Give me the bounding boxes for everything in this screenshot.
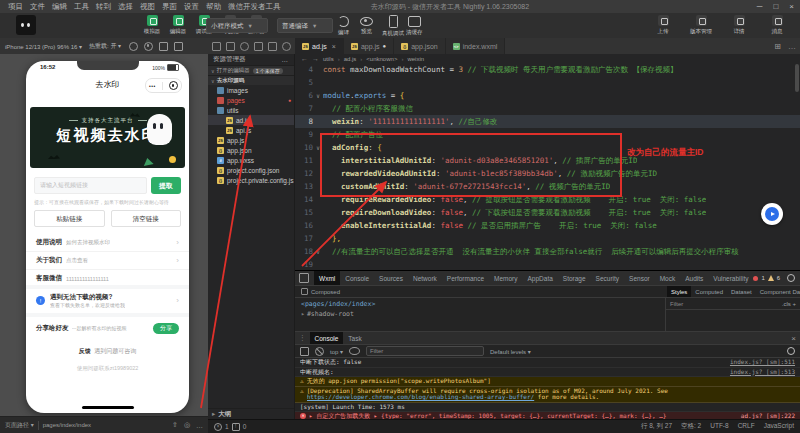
toolbar-action-上传[interactable]: 上传 (648, 14, 678, 35)
minimize-button[interactable]: ─ (757, 2, 763, 11)
breadcrumb-item[interactable]: utils (323, 56, 334, 62)
compile-dropdown[interactable]: 普通编译▾ (277, 18, 333, 33)
menu-工具[interactable]: 工具 (74, 2, 89, 12)
indent-setting[interactable]: 空格: 2 (681, 422, 701, 431)
file-item-app.json[interactable]: {}app.json (208, 145, 294, 155)
file-item-ad.js[interactable]: JSad.js (208, 115, 294, 125)
record-icon[interactable] (144, 42, 153, 51)
code-line-6[interactable]: 6∨module.exports = { (295, 89, 800, 102)
current-page-path[interactable]: pages/index/index (43, 422, 91, 428)
close-tab-icon[interactable]: × (332, 43, 336, 50)
console-log[interactable]: [system] Launch Time: 1573 ms (295, 403, 800, 413)
file-item-api.js[interactable]: JSapi.js (208, 125, 294, 135)
fold-icon[interactable]: ∨ (313, 141, 323, 154)
clear-cache-button[interactable]: 清缓存 (406, 14, 423, 36)
outline-section[interactable]: ▸ 大纲 (208, 408, 294, 419)
menu-转到[interactable]: 转到 (96, 2, 111, 12)
code-line-15[interactable]: 15 requireDownloadVideo: false, // 下载按钮是… (295, 206, 800, 219)
warning-count[interactable]: 6 (777, 275, 780, 281)
preview-button[interactable]: 预览 (360, 14, 373, 35)
file-item-utils[interactable]: utils (208, 105, 294, 115)
styles-filter-input[interactable]: Filter (670, 301, 683, 307)
explorer-more-icon[interactable]: … (282, 56, 290, 63)
toolbar-mode-模拟器[interactable]: 模拟器 (142, 14, 162, 35)
code-line-16[interactable]: 16 enableInterstitialAd: false // 是否启用插屏… (295, 219, 800, 232)
language-mode[interactable]: JavaScript (764, 422, 794, 431)
git-icon[interactable] (254, 42, 263, 51)
menu-文件[interactable]: 文件 (30, 2, 45, 12)
devtools-tab-network[interactable]: Network (408, 271, 442, 285)
menu-选择[interactable]: 选择 (118, 2, 133, 12)
composed-checkbox[interactable]: Composed (295, 288, 340, 295)
problems-indicator[interactable]: × 1 ! 0 (214, 423, 246, 431)
console-tab-task[interactable]: Task (343, 332, 366, 344)
extract-button[interactable]: 提取 (151, 177, 181, 194)
inspect-device-icon[interactable] (299, 273, 309, 283)
tab-index.wxml[interactable]: <>index.wxml (446, 38, 506, 54)
maximize-button[interactable]: □ (773, 2, 778, 11)
list-item-关于我们[interactable]: 关于我们点击查看› (26, 252, 189, 270)
devtools-tab-vulnerability[interactable]: Vulnerability (708, 271, 753, 285)
open-editors-section[interactable]: ∨ 打开的编辑器 1 个未保存 (208, 65, 294, 75)
mode-dropdown[interactable]: 小程序模式▾ (206, 18, 268, 33)
toolbar-action-消息[interactable]: 消息 (762, 14, 792, 35)
console-log[interactable]: ⚠[Deprecation] SharedArrayBuffer will re… (295, 387, 800, 403)
code-line-4[interactable]: 4const maxDownloadWatchCount = 3 // 下载视频… (295, 63, 800, 76)
multi-window-icon[interactable] (174, 42, 183, 51)
live-expression-icon[interactable] (349, 347, 360, 355)
help-card[interactable]: ! 遇到无法下载的视频? 查看下载失败名单，欢迎反馈给我 › (26, 290, 189, 311)
breadcrumb-item[interactable]: ad.js (344, 56, 357, 62)
dom-node[interactable]: <pages/index/index> (301, 300, 665, 308)
console-tab-console[interactable]: Console (310, 332, 344, 344)
close-button[interactable]: × (789, 2, 794, 11)
video-link-input[interactable]: 请输入短视频链接 (34, 177, 147, 194)
style-tab-computed[interactable]: Computed (691, 286, 727, 297)
context-selector[interactable]: top ▾ (330, 348, 343, 355)
log-source-link[interactable]: index.js? [sm]:511 (724, 359, 795, 366)
tab-ad.js[interactable]: JSad.js× (295, 38, 344, 54)
tab-app.js[interactable]: JSapp.js● (344, 38, 394, 54)
console-filter-input[interactable]: Filter (366, 346, 484, 356)
console-log[interactable]: 中断视频名:index.js? [sm]:513 (295, 368, 800, 378)
file-item-app.js[interactable]: JSapp.js (208, 135, 294, 145)
devtools-tab-wxml[interactable]: Wxml (314, 271, 340, 285)
new-file-icon[interactable] (212, 42, 221, 51)
console-settings-icon[interactable] (787, 347, 795, 355)
code-line-10[interactable]: 10∨ adConfig: { (295, 141, 800, 154)
project-section[interactable]: ∨ 去水印源码 (208, 75, 294, 85)
toolbar-mode-编辑器[interactable]: 编辑器 (168, 14, 188, 35)
compile-button[interactable]: 编译 (338, 14, 349, 36)
more-button[interactable]: ••• (149, 83, 156, 89)
devtools-tab-storage[interactable]: Storage (558, 271, 591, 285)
split-editor-icon[interactable]: ⊞ (774, 42, 781, 51)
cursor-position[interactable]: 行 8, 列 27 (641, 422, 672, 431)
clear-console-icon[interactable] (315, 347, 324, 356)
devtools-tab-security[interactable]: Security (591, 271, 624, 285)
devtools-tab-sensor[interactable]: Sensor (624, 271, 655, 285)
code-line-13[interactable]: 13 customAdUnitId: 'adunit-677e2721543fc… (295, 180, 800, 193)
search-icon[interactable] (240, 42, 249, 51)
hot-reload-toggle[interactable]: 热重载: 开 ▾ (89, 42, 121, 51)
devtools-tab-audits[interactable]: Audits (680, 271, 708, 285)
devtools-tab-performance[interactable]: Performance (442, 271, 489, 285)
console-close-icon[interactable]: × (791, 334, 796, 343)
forward-icon[interactable]: → (312, 55, 319, 62)
cls-button[interactable]: .cls + (782, 301, 796, 307)
error-count[interactable]: 1 (761, 275, 764, 281)
menu-设置[interactable]: 设置 (184, 2, 199, 12)
devtools-tab-mock[interactable]: Mock (655, 271, 681, 285)
clear-link-button[interactable]: 清空链接 (111, 210, 182, 227)
dom-tree[interactable]: <pages/index/index> ▸#shadow-root (295, 298, 665, 331)
more-icon[interactable]: … (196, 422, 203, 429)
drag-handle-icon[interactable]: ⋮ (299, 334, 306, 342)
list-item-使用说明[interactable]: 使用说明如何去掉视频水印› (26, 234, 189, 252)
devtools-settings-icon[interactable] (787, 274, 795, 282)
floating-debug-button[interactable] (761, 203, 783, 225)
toolbar-action-版本管理[interactable]: 版本管理 (686, 14, 716, 35)
device-debug-button[interactable]: 真机调试 (382, 14, 404, 37)
shadow-root-node[interactable]: ▸#shadow-root (301, 310, 665, 318)
page-path-dropdown[interactable]: 页面路径 ▾ (5, 421, 34, 430)
code-line-17[interactable]: 17 }, (295, 232, 800, 245)
new-folder-icon[interactable] (226, 42, 235, 51)
menu-视图[interactable]: 视图 (140, 2, 155, 12)
